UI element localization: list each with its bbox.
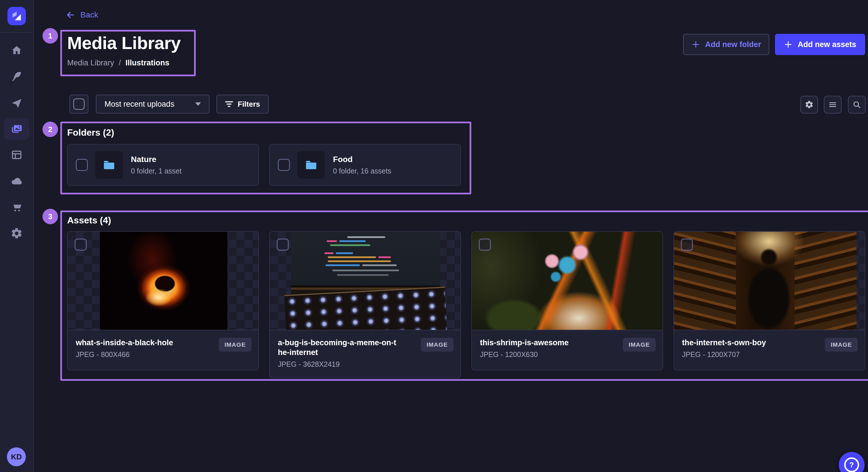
media-library-icon xyxy=(10,123,23,135)
sidebar-item-content-type-builder[interactable] xyxy=(4,144,29,166)
asset-checkbox[interactable] xyxy=(681,239,693,250)
list-icon xyxy=(828,100,837,109)
folder-checkbox[interactable] xyxy=(76,159,88,171)
sort-select[interactable]: Most recent uploads xyxy=(96,95,210,113)
help-button[interactable]: ? xyxy=(839,452,865,472)
cart-marketplace-icon xyxy=(10,201,23,213)
asset-card[interactable]: what-s-inside-a-black-hole JPEG - 800X46… xyxy=(67,231,259,370)
asset-thumbnail xyxy=(68,232,258,330)
sidebar: KD xyxy=(0,0,34,472)
asset-name: what-s-inside-a-black-hole xyxy=(76,338,197,347)
sidebar-item-content-manager[interactable] xyxy=(4,65,29,87)
breadcrumb-parent[interactable]: Media Library xyxy=(67,59,114,67)
asset-type-badge: IMAGE xyxy=(421,338,454,351)
asset-checkbox[interactable] xyxy=(277,239,289,250)
folder-meta: 0 folder, 16 assets xyxy=(333,167,391,175)
asset-checkbox[interactable] xyxy=(479,239,491,250)
folder-info: Food 0 folder, 16 assets xyxy=(333,155,391,175)
layout-builder-icon xyxy=(10,148,23,161)
search-icon xyxy=(852,100,861,109)
filters-label: Filters xyxy=(238,100,260,109)
add-new-folder-button[interactable]: Add new folder xyxy=(683,34,769,55)
cloud-icon xyxy=(10,175,23,188)
page-title: Media Library xyxy=(67,33,181,53)
app-window: KD Back Media Library Media Library / Il… xyxy=(0,0,868,472)
grid-settings-button[interactable] xyxy=(800,96,818,113)
cog-icon xyxy=(805,100,814,109)
folder-tile xyxy=(95,151,123,179)
asset-meta: JPEG - 800X466 xyxy=(76,350,250,359)
back-link[interactable]: Back xyxy=(66,10,98,20)
breadcrumb-separator: / xyxy=(119,59,121,67)
folder-icon xyxy=(304,158,318,172)
user-avatar[interactable]: KD xyxy=(7,447,26,466)
sidebar-item-deploy[interactable] xyxy=(4,170,29,192)
gear-settings-icon xyxy=(10,227,23,240)
mantis-shrimp-image xyxy=(472,232,662,330)
black-hole-image xyxy=(100,232,227,330)
asset-meta: JPEG - 1200X707 xyxy=(682,350,857,359)
chevron-down-icon xyxy=(195,102,201,106)
asset-footer: the-internet-s-own-boy JPEG - 1200X707 I… xyxy=(674,330,865,370)
asset-thumbnail xyxy=(270,232,460,330)
folders-heading: Folders (2) xyxy=(67,127,114,138)
plus-icon xyxy=(784,40,793,49)
breadcrumb: Media Library / Illustrations xyxy=(67,59,169,67)
asset-meta: JPEG - 1200X630 xyxy=(480,350,654,359)
asset-card[interactable]: this-shrimp-is-awesome JPEG - 1200X630 I… xyxy=(471,231,663,370)
assets-heading: Assets (4) xyxy=(67,215,111,226)
select-all-checkbox[interactable] xyxy=(69,95,88,113)
add-new-assets-label: Add new assets xyxy=(798,40,856,49)
filter-icon xyxy=(225,101,233,107)
asset-footer: what-s-inside-a-black-hole JPEG - 800X46… xyxy=(68,330,258,370)
sidebar-item-marketplace[interactable] xyxy=(4,196,29,218)
asset-name: this-shrimp-is-awesome xyxy=(480,338,601,347)
asset-card[interactable]: a-bug-is-becoming-a-meme-on-the-internet… xyxy=(269,231,461,378)
feather-content-icon xyxy=(10,70,23,82)
annotation-badge-2: 2 xyxy=(42,122,58,137)
asset-thumbnail xyxy=(472,232,662,330)
search-button[interactable] xyxy=(848,96,866,113)
breadcrumb-current: Illustrations xyxy=(125,59,169,67)
paper-plane-icon xyxy=(10,97,23,109)
asset-name: the-internet-s-own-boy xyxy=(682,338,804,347)
asset-type-badge: IMAGE xyxy=(825,338,858,351)
folder-icon xyxy=(102,158,116,172)
folder-card-nature[interactable]: Nature 0 folder, 1 asset xyxy=(67,144,259,186)
sidebar-item-home[interactable] xyxy=(4,40,29,61)
annotation-badge-1: 1 xyxy=(42,28,58,43)
sidebar-item-settings[interactable] xyxy=(4,223,29,244)
asset-card[interactable]: the-internet-s-own-boy JPEG - 1200X707 I… xyxy=(673,231,865,370)
question-mark-icon: ? xyxy=(844,458,859,472)
strapi-logo-icon xyxy=(7,7,26,25)
folder-name: Food xyxy=(333,155,391,164)
plus-icon xyxy=(691,40,700,49)
asset-meta: JPEG - 3628X2419 xyxy=(278,360,453,369)
add-new-folder-label: Add new folder xyxy=(705,40,761,49)
sort-select-value: Most recent uploads xyxy=(104,100,195,109)
asset-thumbnail xyxy=(674,232,865,330)
asset-type-badge: IMAGE xyxy=(219,338,251,351)
folder-checkbox[interactable] xyxy=(278,159,290,171)
back-label: Back xyxy=(81,10,98,20)
add-new-assets-button[interactable]: Add new assets xyxy=(775,34,865,55)
filters-button[interactable]: Filters xyxy=(216,95,269,113)
asset-checkbox[interactable] xyxy=(74,239,87,250)
asset-footer: a-bug-is-becoming-a-meme-on-the-internet… xyxy=(270,330,460,378)
sidebar-item-releases[interactable] xyxy=(4,92,29,114)
asset-type-badge: IMAGE xyxy=(623,338,656,351)
person-silhouette xyxy=(674,232,857,330)
folder-info: Nature 0 folder, 1 asset xyxy=(131,155,182,175)
sidebar-divider xyxy=(0,32,33,33)
folder-name: Nature xyxy=(131,155,182,164)
keyboard-glow xyxy=(284,286,447,330)
code-laptop-image xyxy=(291,232,440,330)
folder-card-food[interactable]: Food 0 folder, 16 assets xyxy=(269,144,461,186)
checkbox-box xyxy=(73,98,85,110)
strapi-logo[interactable] xyxy=(7,7,26,25)
folder-meta: 0 folder, 1 asset xyxy=(131,167,182,175)
sidebar-item-media-library[interactable] xyxy=(4,118,29,140)
list-view-button[interactable] xyxy=(824,96,842,113)
home-icon xyxy=(10,44,23,57)
asset-name: a-bug-is-becoming-a-meme-on-the-internet xyxy=(278,338,400,357)
